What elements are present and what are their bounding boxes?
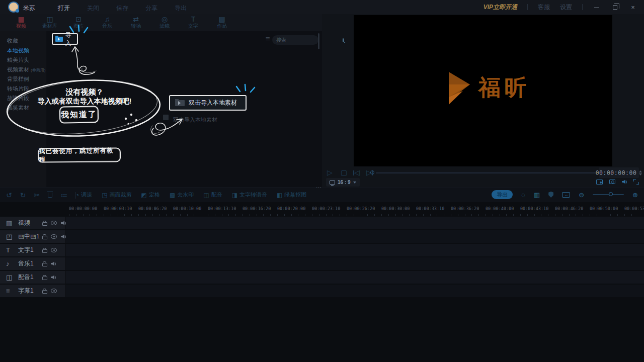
- tab-works[interactable]: ▤ 作品: [212, 14, 232, 31]
- cut-icon[interactable]: ✂: [34, 191, 40, 199]
- mute-icon[interactable]: [51, 261, 56, 266]
- monitor-icon: [330, 180, 335, 185]
- import-folder-icon: [175, 100, 185, 106]
- sidebar-item-video-material[interactable]: 视频素材(非商用): [0, 65, 46, 74]
- snapshot-icon[interactable]: [609, 179, 615, 184]
- search-icon: [343, 38, 344, 42]
- subtitle-icon: ≡: [6, 287, 18, 295]
- menu-export: 导出: [175, 4, 187, 13]
- tool-dubbing[interactable]: ◫配音: [203, 191, 222, 199]
- screen-record-icon[interactable]: [596, 179, 603, 185]
- lock-icon[interactable]: [42, 261, 47, 266]
- timeline-zoom-slider[interactable]: [593, 194, 624, 195]
- foxit-logo-text: 福昕: [478, 73, 530, 103]
- render-settings-icon[interactable]: ◌: [521, 192, 525, 198]
- tab-music[interactable]: ♫ 音乐: [97, 14, 117, 31]
- delete-icon[interactable]: [48, 193, 52, 198]
- mute-icon[interactable]: [51, 275, 56, 280]
- seek-track[interactable]: [376, 172, 596, 173]
- sort-filter-icon[interactable]: ≣: [265, 36, 270, 43]
- lock-icon[interactable]: [42, 248, 47, 253]
- timecode-value: 00:00:00:00: [596, 169, 637, 176]
- fit-timeline-icon[interactable]: ↔: [562, 192, 570, 198]
- track-header-video[interactable]: ▦ 视频: [0, 217, 65, 229]
- track-header-dubbing[interactable]: ◫ 配音1: [0, 271, 65, 284]
- play-button[interactable]: ▷: [327, 169, 333, 176]
- export-button[interactable]: 导出: [492, 190, 513, 199]
- vip-upgrade-button[interactable]: VIP立即开通: [484, 3, 517, 12]
- zoom-in-icon[interactable]: ⊕: [632, 192, 638, 198]
- sidebar-item-backgrounds[interactable]: 背景样例: [0, 74, 46, 84]
- close-button[interactable]: ×: [629, 4, 637, 11]
- search-input[interactable]: [276, 37, 343, 43]
- track-header-music[interactable]: ♪ 音乐1: [0, 257, 65, 270]
- track-lane-text[interactable]: [66, 244, 644, 256]
- sidebar-item-local-video[interactable]: 本地视频: [0, 46, 46, 55]
- search-box[interactable]: [272, 35, 318, 45]
- volume-icon[interactable]: [622, 179, 627, 185]
- visibility-icon[interactable]: [51, 289, 57, 293]
- ruler-stamp: 00:00:03:10: [104, 206, 132, 211]
- tool-crop[interactable]: ◳画面裁剪: [102, 191, 131, 199]
- tool-freeze-frame[interactable]: ◩定格: [141, 191, 160, 199]
- settings-button[interactable]: 设置: [560, 3, 572, 12]
- track-lane-music[interactable]: [66, 257, 644, 270]
- fullscreen-icon[interactable]: [633, 179, 639, 185]
- mute-icon[interactable]: [61, 234, 66, 239]
- tab-image[interactable]: ⊡ 图片: [68, 14, 89, 31]
- previous-frame-button[interactable]: ◁: [353, 169, 360, 176]
- timeline-ruler[interactable]: 00:00:00:00 00:00:03:10 00:00:06:20 00:0…: [66, 204, 644, 216]
- seek-handle[interactable]: [370, 170, 374, 174]
- visibility-icon[interactable]: [51, 234, 57, 239]
- import-button[interactable]: 导入: [52, 33, 78, 45]
- tool-text-to-speech[interactable]: ◨文字转语音: [232, 191, 267, 199]
- track-lane-pip[interactable]: [66, 230, 644, 243]
- tool-speed[interactable]: ◔调速: [75, 191, 92, 199]
- tool-remove-watermark[interactable]: ▩去水印: [170, 191, 194, 199]
- track-lane-subtitle[interactable]: [66, 285, 644, 297]
- user-avatar[interactable]: [8, 2, 19, 13]
- timecode-stepper[interactable]: [639, 170, 642, 175]
- tab-video[interactable]: ▦ 视频: [11, 14, 31, 31]
- lock-icon[interactable]: [42, 289, 47, 294]
- tab-transition[interactable]: ⇄ 转场: [126, 14, 146, 31]
- minimize-button[interactable]: [593, 4, 601, 11]
- lock-icon[interactable]: [42, 275, 47, 280]
- panel-layout-icon[interactable]: ▥: [534, 192, 540, 198]
- stop-button[interactable]: ▢: [341, 169, 347, 176]
- zoom-slider-handle[interactable]: [609, 192, 613, 196]
- tab-filter[interactable]: ◎ 滤镜: [154, 14, 175, 31]
- track-header-text[interactable]: T 文字1: [0, 244, 65, 256]
- shield-icon[interactable]: [548, 192, 553, 198]
- skip-tutorial-button[interactable]: 我已会使用，跳过所有教程: [38, 147, 121, 162]
- tutorial-ok-button[interactable]: 我知道了: [59, 106, 99, 123]
- visibility-icon[interactable]: [51, 248, 57, 252]
- sidebar-item-intros[interactable]: 精美片头: [0, 55, 46, 65]
- track-lane-dubbing[interactable]: [66, 271, 644, 284]
- restore-button[interactable]: [611, 4, 619, 11]
- scrollbar-thumb[interactable]: [318, 33, 319, 49]
- adjust-icon[interactable]: ≔: [60, 191, 67, 199]
- lock-icon[interactable]: [42, 234, 47, 239]
- mute-icon[interactable]: [61, 221, 66, 226]
- undo-icon[interactable]: ↺: [6, 191, 12, 199]
- zoom-out-icon[interactable]: ⊖: [579, 192, 584, 198]
- track-header-subtitle[interactable]: ≡ 字幕1: [0, 285, 65, 297]
- tool-green-screen[interactable]: ◧绿幕抠图: [277, 191, 306, 199]
- redo-icon[interactable]: ↻: [20, 191, 26, 199]
- tab-text[interactable]: T 文字: [183, 14, 203, 31]
- double-click-import-button[interactable]: 双击导入本地素材: [169, 95, 247, 111]
- tab-material-library[interactable]: ◫ 素材库: [40, 14, 60, 31]
- panel-resize-handle[interactable]: ⋯: [316, 184, 322, 191]
- aspect-ratio-dropdown[interactable]: 16 : 9: [326, 178, 360, 187]
- support-button[interactable]: 客服: [538, 3, 550, 12]
- video-tab-icon: ▦: [11, 15, 31, 23]
- lock-icon[interactable]: [42, 221, 47, 226]
- visibility-icon[interactable]: [51, 221, 57, 225]
- ruler-stamp: 00:00:36:20: [451, 206, 479, 211]
- menu-open[interactable]: 打开: [58, 4, 70, 13]
- track-header-pip[interactable]: ◰ 画中画1: [0, 230, 65, 243]
- sidebar-item-favorites[interactable]: 收藏: [0, 36, 46, 46]
- step-up-icon: [639, 170, 642, 172]
- track-lane-video[interactable]: [66, 217, 644, 229]
